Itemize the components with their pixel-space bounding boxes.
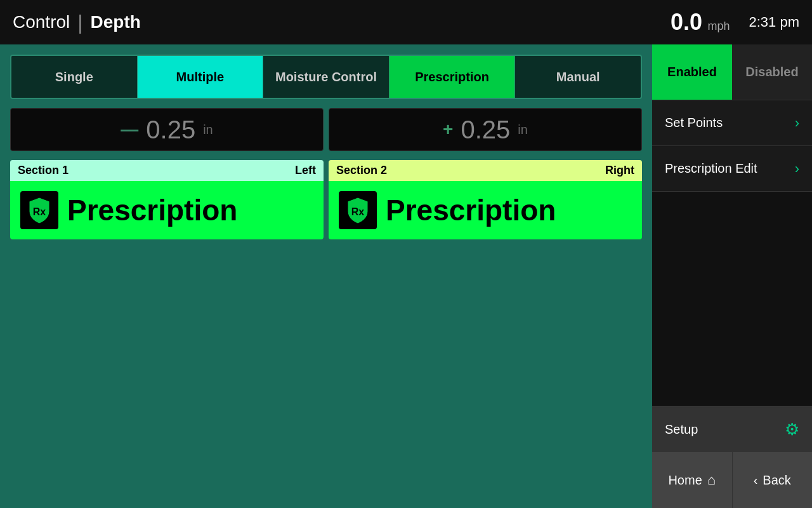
back-label: Back (763, 473, 790, 488)
back-chevron-icon: ‹ (754, 473, 758, 488)
left-value: 0.25 (146, 116, 195, 144)
depth-label: Depth (91, 12, 141, 32)
prescription-edit-chevron-icon: › (795, 161, 799, 177)
top-bar-divider: | (77, 11, 82, 34)
rx-icon-1: Rx (20, 191, 58, 229)
section-2-label: Prescription (386, 193, 556, 227)
prescription-mode-button[interactable]: Prescription (390, 56, 516, 98)
right-value: 0.25 (461, 116, 510, 144)
section-2-header: Section 2 Right (329, 160, 642, 181)
setup-button[interactable]: Setup ⚙ (652, 406, 812, 452)
manual-mode-button[interactable]: Manual (515, 56, 641, 98)
control-label: Control (13, 12, 70, 32)
single-mode-button[interactable]: Single (11, 56, 138, 98)
section-1-card: Section 1 Left Rx Prescription (10, 160, 324, 239)
right-sidebar: Enabled Disabled Set Points › Prescripti… (652, 44, 812, 508)
left-value-display[interactable]: — 0.25 in (10, 108, 324, 151)
section-1-label: Prescription (67, 193, 237, 227)
main-layout: Single Multiple Moisture Control Prescri… (0, 44, 812, 508)
top-bar-right: 0.0 mph 2:31 pm (671, 9, 799, 36)
multiple-mode-button[interactable]: Multiple (138, 56, 264, 98)
section-2-body[interactable]: Rx Prescription (329, 181, 642, 239)
setup-label: Setup (665, 422, 698, 437)
disabled-button[interactable]: Disabled (732, 44, 812, 100)
svg-text:Rx: Rx (351, 206, 365, 217)
set-points-menu-item[interactable]: Set Points › (652, 100, 812, 146)
top-bar-left: Control | Depth (13, 11, 141, 34)
speed-value: 0.0 (671, 9, 702, 35)
value-displays: — 0.25 in + 0.25 in (10, 108, 642, 151)
left-content: Single Multiple Moisture Control Prescri… (0, 44, 652, 508)
section-1-name: Section 1 (18, 164, 69, 177)
back-button[interactable]: ‹ Back (733, 452, 813, 508)
sidebar-spacer (652, 192, 812, 406)
prescription-edit-menu-item[interactable]: Prescription Edit › (652, 146, 812, 192)
set-points-chevron-icon: › (795, 115, 799, 131)
gear-icon: ⚙ (785, 420, 799, 439)
speed-unit: mph (707, 20, 730, 32)
home-label: Home (668, 473, 702, 488)
section-1-header: Section 1 Left (10, 160, 324, 181)
rx-icon-2: Rx (339, 191, 377, 229)
home-icon: ⌂ (707, 472, 716, 488)
home-button[interactable]: Home ⌂ (652, 452, 733, 508)
speed-display: 0.0 mph (671, 9, 730, 36)
section-1-body[interactable]: Rx Prescription (10, 181, 324, 239)
clock: 2:31 pm (749, 14, 800, 30)
left-operator: — (121, 119, 138, 140)
moisture-control-button[interactable]: Moisture Control (263, 56, 390, 98)
svg-text:Rx: Rx (33, 206, 46, 217)
bottom-nav: Home ⌂ ‹ Back (652, 452, 812, 508)
section-2-card: Section 2 Right Rx Prescription (329, 160, 642, 239)
right-operator: + (443, 119, 453, 140)
left-unit: in (203, 123, 213, 137)
top-bar: Control | Depth 0.0 mph 2:31 pm (0, 0, 812, 44)
section-2-side: Right (605, 164, 634, 177)
section-2-name: Section 2 (336, 164, 387, 177)
right-value-display[interactable]: + 0.25 in (329, 108, 642, 151)
right-unit: in (518, 123, 528, 137)
section-1-side: Left (295, 164, 316, 177)
toggle-row: Enabled Disabled (652, 44, 812, 100)
mode-buttons: Single Multiple Moisture Control Prescri… (10, 55, 642, 99)
sections-row: Section 1 Left Rx Prescription (10, 160, 642, 239)
set-points-label: Set Points (665, 116, 723, 130)
enabled-button[interactable]: Enabled (652, 44, 732, 100)
prescription-edit-label: Prescription Edit (665, 161, 757, 176)
